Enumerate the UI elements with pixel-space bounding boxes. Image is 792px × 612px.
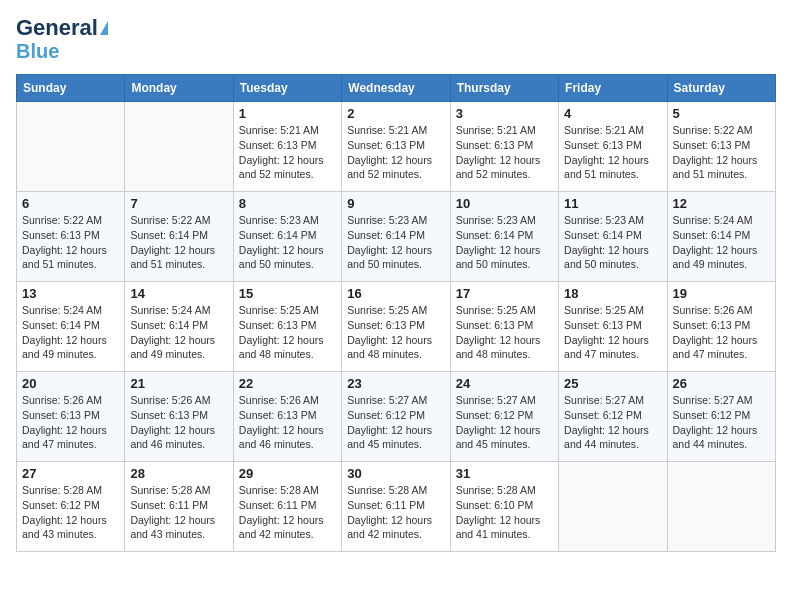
calendar-cell: 3Sunrise: 5:21 AM Sunset: 6:13 PM Daylig… [450,102,558,192]
day-info: Sunrise: 5:24 AM Sunset: 6:14 PM Dayligh… [130,303,227,362]
calendar-cell: 26Sunrise: 5:27 AM Sunset: 6:12 PM Dayli… [667,372,775,462]
calendar-cell: 29Sunrise: 5:28 AM Sunset: 6:11 PM Dayli… [233,462,341,552]
day-number: 26 [673,376,770,391]
calendar-week-2: 6Sunrise: 5:22 AM Sunset: 6:13 PM Daylig… [17,192,776,282]
calendar-cell: 28Sunrise: 5:28 AM Sunset: 6:11 PM Dayli… [125,462,233,552]
day-number: 11 [564,196,661,211]
calendar-week-3: 13Sunrise: 5:24 AM Sunset: 6:14 PM Dayli… [17,282,776,372]
calendar-cell: 20Sunrise: 5:26 AM Sunset: 6:13 PM Dayli… [17,372,125,462]
calendar-cell: 17Sunrise: 5:25 AM Sunset: 6:13 PM Dayli… [450,282,558,372]
calendar-cell: 31Sunrise: 5:28 AM Sunset: 6:10 PM Dayli… [450,462,558,552]
day-number: 14 [130,286,227,301]
calendar-cell: 4Sunrise: 5:21 AM Sunset: 6:13 PM Daylig… [559,102,667,192]
day-info: Sunrise: 5:28 AM Sunset: 6:12 PM Dayligh… [22,483,119,542]
day-number: 19 [673,286,770,301]
day-number: 5 [673,106,770,121]
day-number: 8 [239,196,336,211]
day-info: Sunrise: 5:21 AM Sunset: 6:13 PM Dayligh… [564,123,661,182]
day-info: Sunrise: 5:26 AM Sunset: 6:13 PM Dayligh… [673,303,770,362]
day-info: Sunrise: 5:23 AM Sunset: 6:14 PM Dayligh… [239,213,336,272]
calendar-cell [559,462,667,552]
day-number: 23 [347,376,444,391]
day-info: Sunrise: 5:23 AM Sunset: 6:14 PM Dayligh… [564,213,661,272]
day-number: 24 [456,376,553,391]
calendar-cell: 10Sunrise: 5:23 AM Sunset: 6:14 PM Dayli… [450,192,558,282]
day-number: 29 [239,466,336,481]
day-info: Sunrise: 5:23 AM Sunset: 6:14 PM Dayligh… [347,213,444,272]
calendar-week-5: 27Sunrise: 5:28 AM Sunset: 6:12 PM Dayli… [17,462,776,552]
weekday-header-thursday: Thursday [450,75,558,102]
day-number: 4 [564,106,661,121]
day-info: Sunrise: 5:21 AM Sunset: 6:13 PM Dayligh… [456,123,553,182]
day-info: Sunrise: 5:24 AM Sunset: 6:14 PM Dayligh… [22,303,119,362]
day-number: 2 [347,106,444,121]
day-number: 21 [130,376,227,391]
day-info: Sunrise: 5:24 AM Sunset: 6:14 PM Dayligh… [673,213,770,272]
weekday-header-tuesday: Tuesday [233,75,341,102]
calendar-cell: 11Sunrise: 5:23 AM Sunset: 6:14 PM Dayli… [559,192,667,282]
calendar-cell: 2Sunrise: 5:21 AM Sunset: 6:13 PM Daylig… [342,102,450,192]
calendar-cell: 18Sunrise: 5:25 AM Sunset: 6:13 PM Dayli… [559,282,667,372]
day-number: 15 [239,286,336,301]
calendar-week-1: 1Sunrise: 5:21 AM Sunset: 6:13 PM Daylig… [17,102,776,192]
logo: General Blue [16,16,108,62]
day-info: Sunrise: 5:27 AM Sunset: 6:12 PM Dayligh… [673,393,770,452]
calendar-cell [125,102,233,192]
day-info: Sunrise: 5:28 AM Sunset: 6:11 PM Dayligh… [130,483,227,542]
day-number: 7 [130,196,227,211]
calendar-cell: 7Sunrise: 5:22 AM Sunset: 6:14 PM Daylig… [125,192,233,282]
logo-triangle-icon [100,21,108,35]
calendar-cell: 23Sunrise: 5:27 AM Sunset: 6:12 PM Dayli… [342,372,450,462]
calendar-table: SundayMondayTuesdayWednesdayThursdayFrid… [16,74,776,552]
day-info: Sunrise: 5:28 AM Sunset: 6:11 PM Dayligh… [347,483,444,542]
day-info: Sunrise: 5:22 AM Sunset: 6:13 PM Dayligh… [673,123,770,182]
day-number: 22 [239,376,336,391]
day-info: Sunrise: 5:25 AM Sunset: 6:13 PM Dayligh… [564,303,661,362]
weekday-header-sunday: Sunday [17,75,125,102]
calendar-week-4: 20Sunrise: 5:26 AM Sunset: 6:13 PM Dayli… [17,372,776,462]
day-info: Sunrise: 5:21 AM Sunset: 6:13 PM Dayligh… [347,123,444,182]
day-info: Sunrise: 5:23 AM Sunset: 6:14 PM Dayligh… [456,213,553,272]
calendar-cell: 27Sunrise: 5:28 AM Sunset: 6:12 PM Dayli… [17,462,125,552]
calendar-header: SundayMondayTuesdayWednesdayThursdayFrid… [17,75,776,102]
day-info: Sunrise: 5:25 AM Sunset: 6:13 PM Dayligh… [347,303,444,362]
calendar-cell: 5Sunrise: 5:22 AM Sunset: 6:13 PM Daylig… [667,102,775,192]
calendar-cell: 16Sunrise: 5:25 AM Sunset: 6:13 PM Dayli… [342,282,450,372]
calendar-cell: 1Sunrise: 5:21 AM Sunset: 6:13 PM Daylig… [233,102,341,192]
day-number: 25 [564,376,661,391]
weekday-header-wednesday: Wednesday [342,75,450,102]
weekday-header-monday: Monday [125,75,233,102]
calendar-cell: 14Sunrise: 5:24 AM Sunset: 6:14 PM Dayli… [125,282,233,372]
day-number: 18 [564,286,661,301]
day-number: 13 [22,286,119,301]
calendar-cell: 24Sunrise: 5:27 AM Sunset: 6:12 PM Dayli… [450,372,558,462]
day-info: Sunrise: 5:27 AM Sunset: 6:12 PM Dayligh… [456,393,553,452]
calendar-cell: 8Sunrise: 5:23 AM Sunset: 6:14 PM Daylig… [233,192,341,282]
day-number: 6 [22,196,119,211]
calendar-cell [17,102,125,192]
day-number: 30 [347,466,444,481]
calendar-cell [667,462,775,552]
calendar-cell: 13Sunrise: 5:24 AM Sunset: 6:14 PM Dayli… [17,282,125,372]
calendar-cell: 21Sunrise: 5:26 AM Sunset: 6:13 PM Dayli… [125,372,233,462]
calendar-cell: 30Sunrise: 5:28 AM Sunset: 6:11 PM Dayli… [342,462,450,552]
day-number: 31 [456,466,553,481]
day-number: 12 [673,196,770,211]
logo-text-general: General [16,16,98,40]
day-info: Sunrise: 5:27 AM Sunset: 6:12 PM Dayligh… [347,393,444,452]
calendar-cell: 22Sunrise: 5:26 AM Sunset: 6:13 PM Dayli… [233,372,341,462]
day-info: Sunrise: 5:28 AM Sunset: 6:11 PM Dayligh… [239,483,336,542]
day-info: Sunrise: 5:27 AM Sunset: 6:12 PM Dayligh… [564,393,661,452]
day-info: Sunrise: 5:22 AM Sunset: 6:14 PM Dayligh… [130,213,227,272]
weekday-header-friday: Friday [559,75,667,102]
day-number: 10 [456,196,553,211]
day-number: 20 [22,376,119,391]
day-number: 1 [239,106,336,121]
calendar-body: 1Sunrise: 5:21 AM Sunset: 6:13 PM Daylig… [17,102,776,552]
calendar-cell: 9Sunrise: 5:23 AM Sunset: 6:14 PM Daylig… [342,192,450,282]
calendar-cell: 19Sunrise: 5:26 AM Sunset: 6:13 PM Dayli… [667,282,775,372]
day-info: Sunrise: 5:26 AM Sunset: 6:13 PM Dayligh… [22,393,119,452]
calendar-cell: 15Sunrise: 5:25 AM Sunset: 6:13 PM Dayli… [233,282,341,372]
page-header: General Blue [16,16,776,62]
day-info: Sunrise: 5:22 AM Sunset: 6:13 PM Dayligh… [22,213,119,272]
